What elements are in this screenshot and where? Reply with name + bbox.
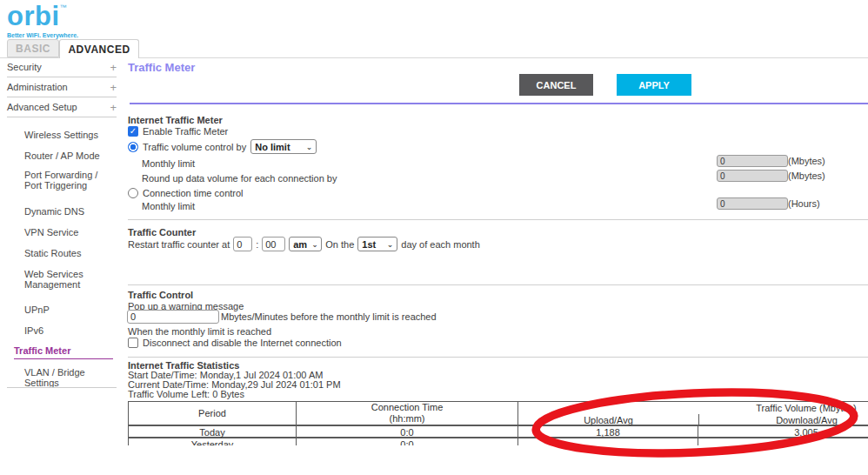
sidebar-item-vlan-bridge-settings[interactable]: VLAN / Bridge Settings [24, 367, 117, 388]
ampm-select[interactable]: am ⌄ [289, 237, 322, 251]
tab-basic[interactable]: BASIC [7, 39, 59, 57]
sidebar-section-label: Administration [7, 82, 68, 92]
section-rule [130, 103, 868, 104]
sidebar-item-vpn-service[interactable]: VPN Service [24, 227, 117, 238]
monthly-limit-hours-label: Monthly limit [142, 201, 195, 211]
ampm-select-value: am [293, 239, 307, 250]
monthly-limit-input[interactable] [717, 155, 788, 167]
connection-time-control-label: Connection time control [143, 188, 244, 198]
warning-threshold-input[interactable] [127, 310, 219, 324]
sidebar-section-label: Advanced Setup [7, 102, 77, 112]
column-group-traffic-volume: Traffic Volume (Mbytes) Upload/Avg Downl… [518, 402, 868, 425]
plus-icon: + [110, 81, 117, 94]
section-heading-internet-traffic-meter: Internet Traffic Meter [128, 115, 223, 125]
sidebar-item-port-forwarding[interactable]: Port Forwarding / Port Triggering [24, 170, 117, 191]
section-heading-traffic-control: Traffic Control [128, 290, 193, 300]
on-the-label: On the [325, 239, 354, 250]
volume-control-select-value: No limit [255, 142, 290, 152]
traffic-volume-control-label: Traffic volume control by [143, 142, 246, 152]
plus-icon: + [110, 61, 117, 74]
sidebar-item-upnp[interactable]: UPnP [24, 304, 117, 315]
restart-minute-input[interactable] [262, 237, 285, 251]
enable-traffic-meter-row: ✓ Enable Traffic Meter [128, 126, 228, 137]
restart-counter-label: Restart traffic counter at [128, 239, 230, 250]
connection-time-control-row: Connection time control [128, 188, 244, 198]
sidebar-section-label: Security [7, 62, 42, 72]
restart-counter-row: Restart traffic counter at : am ⌄ On the… [128, 237, 480, 251]
cell-period: Yesterday [129, 438, 297, 445]
sidebar-item-router-ap-mode[interactable]: Router / AP Mode [24, 151, 117, 161]
sidebar-section-advanced-setup[interactable]: Advanced Setup + [7, 97, 117, 117]
page-title: Traffic Meter [128, 61, 195, 74]
traffic-volume-control-row: Traffic volume control by No limit ⌄ [128, 138, 317, 155]
round-up-input[interactable] [717, 170, 788, 182]
section-divider [128, 357, 868, 358]
enable-traffic-meter-label: Enable Traffic Meter [143, 126, 228, 137]
orbi-logo: orbi™ [7, 1, 67, 32]
cell-upload-avg [518, 438, 698, 445]
round-up-label: Round up data volume for each connection… [142, 173, 337, 184]
chevron-down-icon: ⌄ [387, 240, 394, 249]
enable-traffic-meter-checkbox[interactable]: ✓ [128, 126, 138, 137]
trademark-symbol: ™ [60, 3, 68, 11]
monthly-limit-hours-unit: (Hours) [788, 198, 820, 209]
cancel-button[interactable]: CANCEL [519, 74, 593, 96]
monthly-limit-label: Monthly limit [142, 158, 195, 169]
sidebar-item-dynamic-dns[interactable]: Dynamic DNS [24, 206, 117, 217]
table-header-row: Period Connection Time (hh:mm) Traffic V… [129, 402, 868, 426]
plus-icon: + [110, 101, 117, 114]
cell-download-avg: 3,005 [698, 426, 868, 437]
monthly-limit-unit: (Mbytes) [788, 156, 825, 166]
restart-day-select-value: 1st [362, 239, 376, 250]
volume-control-select[interactable]: No limit ⌄ [250, 139, 317, 154]
round-up-input-group: (Mbytes) [717, 170, 825, 182]
chevron-down-icon: ⌄ [306, 143, 313, 151]
tab-advanced[interactable]: ADVANCED [59, 39, 139, 58]
traffic-statistics-table: Period Connection Time (hh:mm) Traffic V… [128, 401, 868, 445]
sidebar-item-static-routes[interactable]: Static Routes [24, 248, 117, 258]
time-colon: : [256, 239, 258, 250]
round-up-unit: (Mbytes) [788, 171, 825, 181]
orbi-logo-text: orbi [7, 1, 60, 31]
cell-connection-time: 0:0 [297, 438, 518, 445]
warning-unit-label: Mbytes/Minutes before the monthly limit … [221, 311, 437, 322]
chevron-down-icon: ⌄ [311, 240, 318, 249]
monthly-limit-hours-input[interactable] [717, 197, 788, 210]
check-icon: ✓ [130, 126, 137, 136]
section-divider [128, 219, 868, 220]
traffic-volume-left-text: Traffic Volume Left: 0 Bytes [128, 389, 244, 399]
sidebar-item-traffic-meter[interactable]: Traffic Meter [14, 345, 113, 359]
brand-tagline: Better WiFi. Everywhere. [7, 32, 78, 38]
sidebar-bottom-divider [7, 387, 117, 388]
sidebar-item-ipv6[interactable]: IPv6 [24, 325, 117, 336]
disconnect-checkbox[interactable] [128, 338, 138, 348]
column-header-download-avg: Download/Avg [698, 414, 868, 426]
sidebar-item-web-services-management[interactable]: Web Services Management [24, 269, 117, 290]
cell-period: Today [129, 426, 297, 437]
cell-connection-time: 0:0 [297, 426, 518, 437]
sidebar-section-security[interactable]: Security + [7, 57, 117, 77]
monthly-limit-hours-input-group: (Hours) [717, 197, 820, 210]
section-divider [128, 284, 868, 285]
sidebar-section-administration[interactable]: Administration + [7, 77, 117, 97]
cell-upload-avg: 1,188 [518, 426, 698, 437]
traffic-volume-control-radio[interactable] [128, 142, 138, 152]
table-row-yesterday: Yesterday 0:0 [129, 438, 868, 445]
connection-time-control-radio[interactable] [128, 188, 138, 198]
column-header-connection-time: Connection Time (hh:mm) [297, 402, 518, 425]
connection-time-line1: Connection Time [371, 402, 444, 413]
restart-day-select[interactable]: 1st ⌄ [357, 237, 397, 251]
column-header-upload-avg: Upload/Avg [518, 414, 698, 426]
column-header-period: Period [129, 402, 297, 425]
sidebar-item-wireless-settings[interactable]: Wireless Settings [24, 130, 117, 140]
limit-reached-label: When the monthly limit is reached [128, 326, 271, 337]
table-row-today: Today 0:0 1,188 3,005 [129, 426, 868, 438]
disconnect-row: Disconnect and disable the Internet conn… [128, 338, 342, 348]
cell-download-avg [698, 438, 868, 445]
apply-button[interactable]: APPLY [617, 74, 691, 96]
restart-hour-input[interactable] [233, 237, 252, 251]
day-of-month-label: day of each month [401, 239, 480, 250]
orbi-admin-page: orbi™ Better WiFi. Everywhere. BASIC ADV… [0, 0, 868, 475]
column-header-traffic-volume: Traffic Volume (Mbytes) [698, 402, 868, 414]
disconnect-label: Disconnect and disable the Internet conn… [143, 338, 342, 348]
